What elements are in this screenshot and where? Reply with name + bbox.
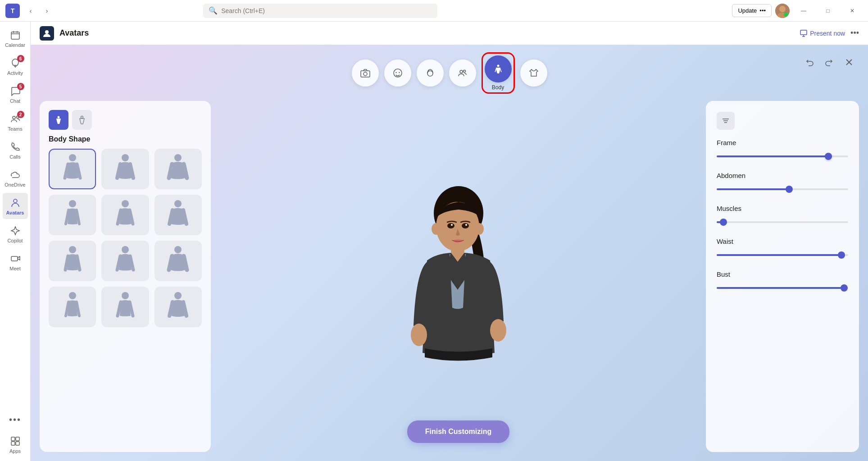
body-shape-8[interactable] — [101, 241, 149, 281]
update-dots: ••• — [759, 7, 766, 14]
present-now-label: Present now — [810, 30, 845, 37]
svg-point-81 — [432, 223, 441, 235]
app-header: Avatars Present now ••• — [31, 22, 868, 45]
svg-point-60 — [122, 246, 129, 253]
body-sliders-panel: Frame Abdomen — [706, 101, 859, 452]
svg-point-57 — [69, 246, 76, 253]
panels-container: Body Shape — [31, 101, 868, 461]
body-tool-selected-wrapper: Body — [482, 52, 515, 94]
sidebar-item-apps[interactable]: Apps — [3, 431, 28, 457]
face-tool-wrapper — [384, 59, 411, 87]
nav-controls: ‹ › — [23, 4, 54, 18]
frame-label: Frame — [717, 139, 848, 146]
app-more-options[interactable]: ••• — [850, 28, 859, 38]
bust-label: Bust — [717, 270, 848, 278]
body-shape-6[interactable] — [155, 195, 202, 235]
svg-point-84 — [411, 324, 427, 346]
svg-point-30 — [460, 70, 463, 73]
svg-point-5 — [784, 12, 788, 17]
sidebar-item-calendar[interactable]: Calendar — [3, 25, 28, 51]
camera-tool-btn[interactable] — [352, 59, 379, 87]
redo-button[interactable] — [821, 54, 837, 70]
search-input[interactable] — [221, 7, 432, 14]
sidebar-item-more[interactable]: ••• — [3, 410, 28, 429]
svg-point-45 — [174, 154, 182, 161]
sidebar-item-chat[interactable]: 5 Chat — [3, 81, 28, 107]
svg-rect-18 — [11, 442, 15, 445]
finish-customizing-label: Finish Customizing — [425, 428, 492, 435]
sidebar-item-onedrive[interactable]: OneDrive — [3, 165, 28, 191]
svg-rect-21 — [800, 30, 807, 35]
body-shape-title: Body Shape — [49, 135, 202, 143]
group-tool-btn[interactable] — [449, 59, 476, 87]
body-shape-3[interactable] — [155, 149, 202, 189]
svg-line-33 — [495, 68, 496, 72]
hairstyle-tool-btn[interactable] — [417, 59, 444, 87]
calendar-icon — [9, 29, 22, 41]
sidebar-item-avatars-label: Avatars — [6, 210, 24, 215]
undo-button[interactable] — [801, 54, 818, 70]
adjust-tab[interactable] — [72, 110, 92, 130]
svg-point-69 — [122, 292, 129, 299]
svg-point-3 — [779, 6, 786, 12]
chat-badge: 5 — [17, 83, 24, 90]
update-button[interactable]: Update ••• — [732, 4, 772, 17]
present-now-button[interactable]: Present now — [800, 30, 845, 37]
body-shape-12[interactable] — [155, 287, 202, 327]
back-button[interactable]: ‹ — [23, 4, 38, 18]
clothing-tool-btn[interactable] — [520, 59, 547, 87]
finish-customizing-button[interactable]: Finish Customizing — [407, 420, 510, 443]
avatar-app-icon — [40, 26, 54, 41]
svg-point-85 — [490, 319, 506, 342]
body-shape-9[interactable] — [155, 241, 202, 281]
shape-tab[interactable] — [49, 110, 68, 130]
onedrive-icon — [9, 169, 22, 181]
svg-rect-6 — [11, 32, 19, 39]
body-shape-5[interactable] — [101, 195, 149, 235]
filter-button[interactable] — [717, 112, 735, 130]
search-bar[interactable]: 🔍 — [203, 4, 437, 18]
body-tool-inner: Body — [485, 55, 512, 91]
face-tool-btn[interactable] — [384, 59, 411, 87]
titlebar: T ‹ › 🔍 Update ••• ― □ ✕ — [0, 0, 868, 22]
svg-point-77 — [447, 223, 454, 228]
sidebar-item-teams[interactable]: 2 Teams — [3, 109, 28, 135]
svg-rect-15 — [11, 256, 18, 261]
svg-point-66 — [69, 292, 76, 299]
sidebar-item-meet[interactable]: Meet — [3, 249, 28, 275]
svg-point-25 — [364, 72, 367, 76]
body-shape-1[interactable] — [49, 149, 96, 189]
body-shape-10[interactable] — [49, 287, 96, 327]
body-shape-2[interactable] — [101, 149, 149, 189]
sidebar-item-calls[interactable]: Calls — [3, 137, 28, 163]
copilot-icon — [9, 224, 22, 237]
svg-rect-16 — [11, 437, 15, 441]
svg-point-72 — [174, 292, 182, 299]
maximize-button[interactable]: □ — [818, 4, 838, 18]
body-tool-btn[interactable] — [485, 55, 512, 82]
close-button[interactable]: ✕ — [842, 4, 863, 18]
user-avatar[interactable] — [775, 4, 790, 18]
svg-point-14 — [14, 199, 17, 203]
minimize-button[interactable]: ― — [793, 4, 814, 18]
app-header-right: Present now ••• — [800, 28, 859, 38]
svg-point-37 — [58, 116, 60, 119]
svg-rect-24 — [361, 71, 370, 77]
muscles-label: Muscles — [717, 205, 848, 212]
body-shape-4[interactable] — [49, 195, 96, 235]
group-tool-wrapper — [449, 59, 476, 87]
forward-button[interactable]: › — [40, 4, 54, 18]
sidebar-item-activity[interactable]: 6 Activity — [3, 53, 28, 79]
body-shape-11[interactable] — [101, 287, 149, 327]
sidebar-item-copilot[interactable]: Copilot — [3, 221, 28, 247]
update-label: Update — [738, 7, 757, 14]
app-logo: T — [5, 4, 20, 18]
sidebar-item-calendar-label: Calendar — [5, 42, 25, 48]
waist-label: Waist — [717, 237, 848, 245]
sidebar-item-avatars[interactable]: Avatars — [3, 193, 28, 219]
sidebar-item-teams-label: Teams — [8, 126, 22, 132]
body-shape-7[interactable] — [49, 241, 96, 281]
svg-line-34 — [500, 68, 501, 72]
close-customizer-button[interactable] — [841, 54, 857, 70]
body-tool-label: Body — [492, 84, 504, 91]
